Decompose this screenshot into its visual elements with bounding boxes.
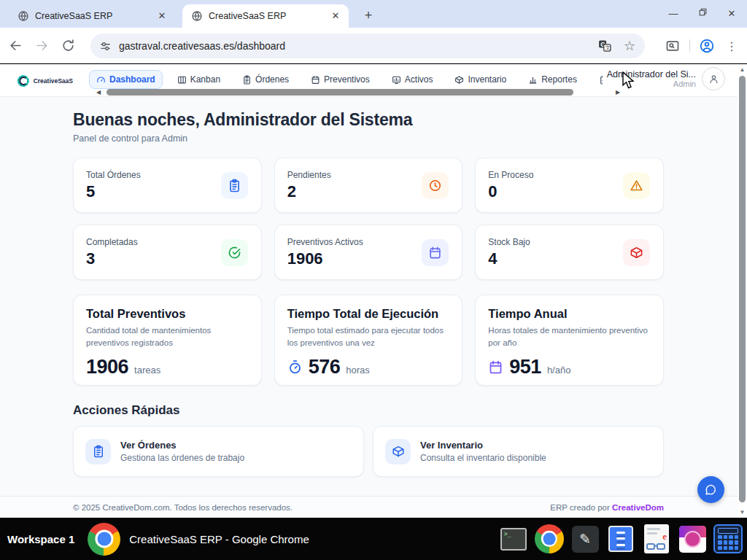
site-info-icon[interactable] bbox=[99, 40, 112, 52]
taskbar-window-title[interactable]: CreativeSaaS ERP - Google Chrome bbox=[129, 533, 309, 545]
calendar-icon bbox=[488, 359, 503, 375]
user-role: Admin bbox=[607, 79, 696, 88]
stats-grid: Total Órdenes5 Pendientes2 En Proceso0 C… bbox=[73, 158, 664, 280]
file-cabinet-icon[interactable] bbox=[606, 524, 635, 554]
total-preventivos-value: 1906 bbox=[86, 356, 128, 378]
nav-item-dashboard[interactable]: Dashboard bbox=[89, 70, 163, 89]
page-footer: © 2025 CreativeDom.com. Todos los derech… bbox=[0, 496, 747, 518]
summary-card-tiempo-anual: Tiempo Anual Horas totales de mantenimie… bbox=[475, 295, 664, 386]
toolbar-separator bbox=[689, 39, 690, 52]
tiempo-anual-value: 951 bbox=[509, 356, 541, 378]
avatar[interactable] bbox=[702, 67, 725, 90]
clipboard-icon bbox=[221, 172, 248, 199]
desktop: CreativeSaaS ERP ✕ CreativeSaaS ERP ✕ + … bbox=[0, 0, 747, 560]
copyright-text: © 2025 CreativeDom.com. Todos los derech… bbox=[73, 503, 293, 512]
text-editor-icon[interactable]: ✎ bbox=[570, 524, 600, 554]
page-vertical-scrollbar[interactable]: ▲ ▼ bbox=[738, 64, 747, 518]
check-circle-icon bbox=[221, 239, 248, 266]
search-side-panel-icon[interactable] bbox=[665, 38, 681, 54]
stat-card-preventivos-activos: Preventivos Activos1906 bbox=[274, 225, 463, 280]
image-viewer-icon[interactable] bbox=[678, 524, 707, 554]
package-icon bbox=[385, 439, 411, 464]
globe-icon bbox=[191, 10, 203, 22]
action-ver-ordenes[interactable]: Ver Órdenes Gestiona las órdenes de trab… bbox=[73, 426, 364, 477]
scrollbar-thumb[interactable] bbox=[107, 89, 573, 96]
tab-close-icon[interactable]: ✕ bbox=[330, 10, 341, 22]
stat-card-pendientes: Pendientes2 bbox=[274, 158, 463, 213]
page-content: CreativeSaaS Dashboard Kanban Órdenes Pr… bbox=[0, 64, 747, 518]
package-icon bbox=[623, 239, 650, 266]
tab-title: CreativeSaaS ERP bbox=[209, 11, 324, 21]
scroll-up-icon[interactable]: ▲ bbox=[738, 66, 747, 73]
forward-button[interactable] bbox=[31, 34, 53, 56]
restore-button[interactable] bbox=[693, 4, 712, 23]
globe-icon bbox=[18, 10, 29, 22]
stat-card-en-proceso: En Proceso0 bbox=[475, 158, 664, 213]
back-button[interactable] bbox=[4, 34, 26, 56]
creativesaas-logo-icon bbox=[16, 71, 31, 90]
stat-card-stock-bajo: Stock Bajo4 bbox=[475, 225, 664, 280]
chat-bubble-icon bbox=[705, 483, 717, 496]
creativedom-link[interactable]: CreativeDom bbox=[612, 503, 664, 512]
nav-item-ordenes[interactable]: Órdenes bbox=[235, 70, 296, 89]
scroll-down-icon[interactable]: ▼ bbox=[738, 509, 747, 516]
summary-card-total-preventivos: Total Preventivos Cantidad total de mant… bbox=[73, 295, 262, 386]
browser-toolbar: gastraval.creativesaas.es/dashboard ☆ ⋮ bbox=[0, 28, 747, 63]
document-viewer-icon[interactable]: e bbox=[642, 524, 671, 554]
quick-actions-title: Acciones Rápidas bbox=[73, 403, 664, 418]
terminal-icon[interactable]: >_ bbox=[499, 524, 528, 554]
tab-title: CreativeSaaS ERP bbox=[35, 11, 150, 21]
tab-close-icon[interactable]: ✕ bbox=[156, 10, 168, 22]
taskbar: Workspace 1 CreativeSaaS ERP - Google Ch… bbox=[0, 518, 747, 560]
reload-button[interactable] bbox=[57, 34, 79, 56]
nav-item-inventario[interactable]: Inventario bbox=[447, 70, 514, 89]
scroll-left-icon[interactable]: ◀ bbox=[95, 89, 102, 96]
nav-item-reportes[interactable]: Reportes bbox=[521, 70, 584, 89]
chrome-icon[interactable] bbox=[535, 524, 564, 554]
clipboard-icon bbox=[85, 439, 111, 464]
page-subtitle: Panel de control para Admin bbox=[73, 133, 664, 144]
calculator-icon[interactable] bbox=[713, 524, 743, 554]
brand-logo[interactable]: CreativeSaaS bbox=[16, 68, 73, 93]
summary-card-tiempo-total: Tiempo Total de Ejecución Tiempo total e… bbox=[274, 295, 463, 386]
browser-tab-inactive[interactable]: CreativeSaaS ERP ✕ bbox=[9, 4, 175, 28]
stat-card-total-ordenes: Total Órdenes5 bbox=[73, 158, 262, 213]
translate-icon[interactable] bbox=[597, 38, 613, 54]
nav-menu: Dashboard Kanban Órdenes Preventivos Act… bbox=[89, 69, 626, 90]
url-text[interactable]: gastraval.creativesaas.es/dashboard bbox=[119, 40, 588, 52]
page-title: Buenas noches, Administrador del Sistema bbox=[73, 110, 664, 130]
quick-actions-grid: Ver Órdenes Gestiona las órdenes de trab… bbox=[73, 426, 664, 477]
menu-dots-icon[interactable]: ⋮ bbox=[724, 38, 740, 54]
browser-tab-active[interactable]: CreativeSaaS ERP ✕ bbox=[182, 4, 349, 28]
address-bar[interactable]: gastraval.creativesaas.es/dashboard ☆ bbox=[90, 34, 645, 58]
bookmark-star-icon[interactable]: ☆ bbox=[622, 38, 638, 54]
action-ver-inventario[interactable]: Ver Inventario Consulta el inventario di… bbox=[373, 426, 664, 477]
scrollbar-thumb[interactable] bbox=[739, 76, 746, 502]
brand-name: CreativeSaaS bbox=[34, 77, 73, 85]
new-tab-button[interactable]: + bbox=[359, 7, 378, 26]
user-name: Administrador del Si... bbox=[607, 69, 696, 79]
warning-triangle-icon bbox=[623, 172, 650, 199]
chat-button[interactable] bbox=[697, 476, 724, 503]
stat-card-completadas: Completadas3 bbox=[73, 225, 262, 280]
nav-item-kanban[interactable]: Kanban bbox=[170, 70, 228, 89]
minimize-button[interactable]: — bbox=[664, 4, 683, 23]
close-button[interactable]: ✕ bbox=[722, 4, 741, 23]
calendar-icon bbox=[422, 239, 449, 266]
profile-icon[interactable] bbox=[699, 38, 715, 54]
browser-tabstrip: CreativeSaaS ERP ✕ CreativeSaaS ERP ✕ + … bbox=[0, 0, 747, 28]
chrome-icon[interactable] bbox=[88, 523, 120, 556]
user-menu[interactable]: Administrador del Si... Admin bbox=[603, 67, 725, 90]
credit-text: ERP creado por CreativeDom bbox=[550, 503, 664, 512]
timer-icon bbox=[287, 359, 303, 375]
dashboard-main: Buenas noches, Administrador del Sistema… bbox=[0, 97, 747, 477]
window-controls: — ✕ bbox=[664, 0, 741, 28]
summary-grid: Total Preventivos Cantidad total de mant… bbox=[73, 295, 664, 386]
nav-item-activos[interactable]: Activos bbox=[384, 70, 441, 89]
taskbar-apps: >_ ✎ e bbox=[499, 524, 743, 554]
nav-item-preventivos[interactable]: Preventivos bbox=[303, 70, 377, 89]
clock-icon bbox=[422, 172, 449, 199]
nav-horizontal-scrollbar[interactable]: ◀ ▶ bbox=[95, 88, 622, 96]
workspace-label[interactable]: Workspace 1 bbox=[7, 533, 74, 545]
mouse-cursor bbox=[622, 71, 636, 90]
